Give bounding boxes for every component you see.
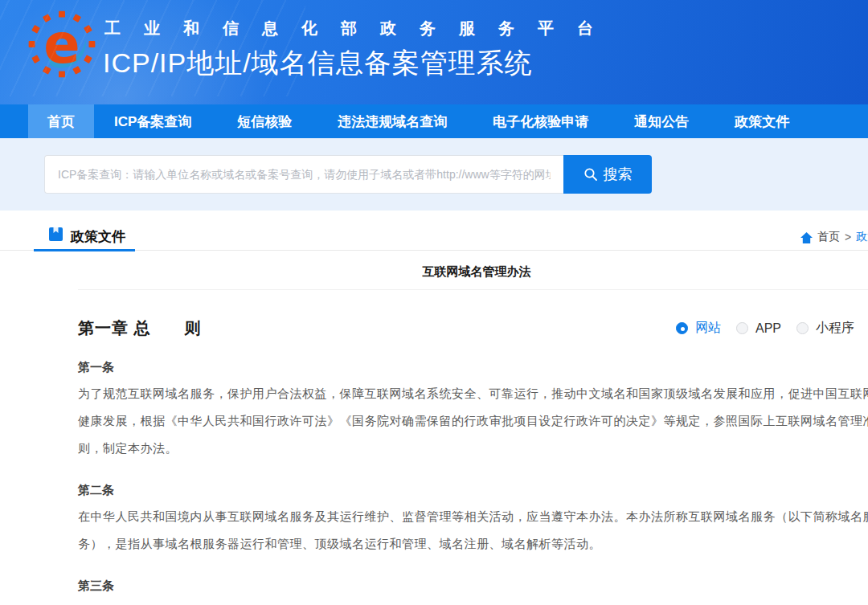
breadcrumb-current: 政策文件: [856, 230, 868, 244]
home-icon: [800, 232, 813, 243]
article-heading-1: 第二条: [78, 483, 868, 498]
nav-item-5[interactable]: 通知公告: [634, 104, 689, 138]
document: 互联网域名管理办法 第一章 总 则 第一条为了规范互联网域名服务，保护用户合法权…: [78, 251, 868, 605]
breadcrumb-separator: >: [845, 231, 851, 243]
radio-dot[interactable]: [676, 322, 688, 334]
document-title: 互联网域名管理办法: [78, 251, 868, 289]
miit-logo-icon: e: [27, 7, 97, 81]
search-button[interactable]: 搜索: [563, 155, 652, 194]
svg-text:e: e: [43, 13, 80, 76]
book-icon: [48, 227, 63, 242]
search-button-label: 搜索: [604, 165, 633, 184]
nav-item-3[interactable]: 违法违规域名查询: [338, 104, 447, 138]
search-type-radio-0[interactable]: 网站: [676, 320, 721, 337]
main-nav: 首页ICP备案查询短信核验违法违规域名查询电子化核验申请通知公告政策文件: [0, 104, 868, 138]
radio-label: 小程序: [816, 320, 854, 337]
active-tab-underline: [34, 249, 135, 251]
radio-dot[interactable]: [736, 322, 748, 334]
breadcrumb: 首页 > 政策文件: [800, 230, 868, 244]
nav-item-4[interactable]: 电子化核验申请: [493, 104, 588, 138]
search-type-radio-2[interactable]: 小程序: [796, 320, 854, 337]
system-title: ICP/IP地址/域名信息备案管理系统: [103, 45, 533, 82]
articles: 第一条为了规范互联网域名服务，保护用户合法权益，保障互联网域名系统安全、可靠运行…: [78, 360, 868, 605]
content-area: 政策文件 首页 > 政策文件 互联网域名管理办法 第一章 总 则 第一条为了规范…: [0, 211, 868, 605]
article-body-0: 为了规范互联网域名服务，保护用户合法权益，保障互联网域名系统安全、可靠运行，推动…: [78, 380, 868, 462]
title-divider: [78, 289, 868, 290]
article-heading-2: 第三条: [78, 578, 868, 594]
nav-item-2[interactable]: 短信核验: [237, 104, 292, 138]
search-input[interactable]: [44, 155, 563, 194]
search-type-radio-1[interactable]: APP: [736, 321, 781, 336]
nav-item-6[interactable]: 政策文件: [735, 104, 789, 138]
article-body-2: 工业和信息化部对全国的域名服务实施监督管理，主要职责是：（一）制定互联网域名管理…: [78, 599, 868, 605]
search-section: 搜索 网站APP小程序快应用: [0, 138, 868, 211]
breadcrumb-home[interactable]: 首页: [817, 230, 840, 244]
section-title: 政策文件: [71, 227, 125, 246]
platform-name: 工业和信息化部政务服务平台: [104, 18, 616, 39]
radio-label: APP: [755, 321, 781, 336]
nav-item-0[interactable]: 首页: [28, 104, 94, 138]
search-icon: [583, 167, 598, 182]
nav-item-1[interactable]: ICP备案查询: [114, 104, 191, 138]
radio-label: 网站: [695, 320, 721, 337]
article-heading-0: 第一条: [78, 360, 868, 375]
article-body-1: 在中华人民共和国境内从事互联网域名服务及其运行维护、监督管理等相关活动，应当遵守…: [78, 503, 868, 558]
page-header: e 工业和信息化部政务服务平台 ICP/IP地址/域名信息备案管理系统: [0, 0, 868, 104]
section-divider: [0, 244, 868, 251]
search-type-options: 网站APP小程序快应用: [676, 320, 868, 337]
radio-dot[interactable]: [796, 322, 809, 334]
